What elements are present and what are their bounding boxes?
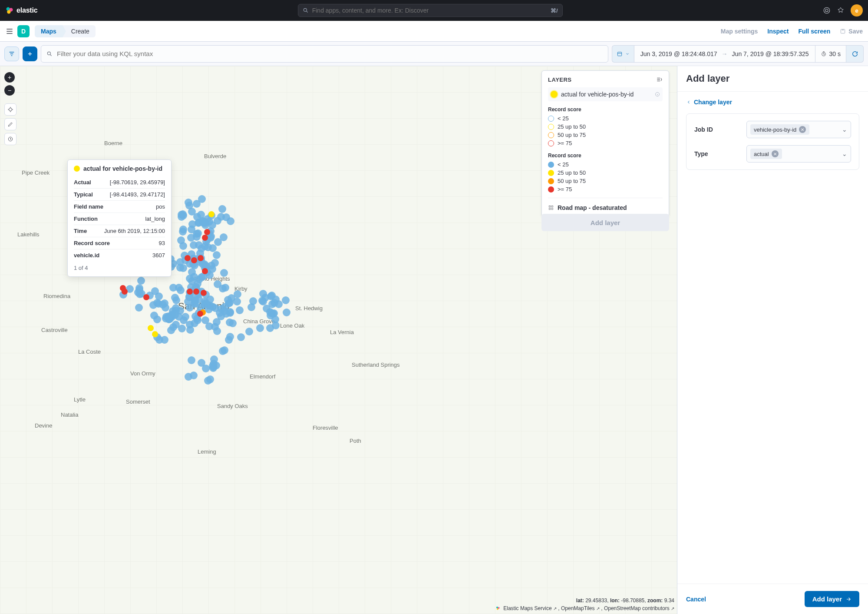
type-chip: actual ✕ [750, 149, 782, 159]
inspect-link[interactable]: Inspect [767, 28, 789, 35]
add-layer-button[interactable]: Add layer [805, 591, 859, 607]
breadcrumb-maps[interactable]: Maps [35, 25, 63, 37]
type-label: Type [694, 150, 746, 157]
chevron-left-icon [686, 100, 691, 105]
global-search-input[interactable] [312, 7, 547, 14]
panel-title: Add layer [677, 66, 868, 92]
user-avatar[interactable]: e [851, 4, 863, 17]
feature-tooltip: actual for vehicle-pos-by-id Actual[-98.… [67, 159, 172, 277]
map-canvas[interactable]: San AntonioBoerneBulverdeHelotesAlamo He… [0, 66, 677, 614]
svg-rect-16 [549, 206, 551, 207]
nav-toggle-icon[interactable] [5, 27, 14, 36]
legend-row: < 25 [548, 114, 663, 123]
chevron-down-icon: ⌄ [842, 150, 847, 157]
breadcrumbs: Maps Create [35, 25, 96, 37]
newsfeed-icon[interactable] [837, 7, 845, 14]
job-id-combo[interactable]: vehicle-pos-by-id ✕ ⌄ [746, 121, 851, 138]
time-picker-toggle[interactable] [612, 45, 634, 63]
refresh-interval[interactable]: 30 s [815, 45, 846, 63]
svg-point-3 [304, 8, 307, 11]
chevron-down-icon: ⌄ [842, 126, 847, 133]
help-icon[interactable] [823, 7, 831, 14]
svg-rect-17 [551, 206, 553, 207]
layer-item-active[interactable]: actual for vehicle-pos-by-id [548, 87, 663, 101]
legend-row: >= 75 [548, 139, 663, 147]
add-filter-button[interactable] [23, 46, 37, 61]
legend-row: 25 up to 50 [548, 169, 663, 177]
filter-icon [8, 50, 15, 57]
tooltip-row: Record score93 [74, 237, 165, 249]
layers-heading: LAYERS [548, 76, 572, 83]
timer-icon [821, 51, 827, 57]
legend-row: >= 75 [548, 185, 663, 193]
collapse-panel-icon[interactable] [656, 76, 663, 83]
svg-point-13 [9, 108, 12, 111]
time-picker: Jun 3, 2019 @ 18:24:48.017 → Jun 7, 2019… [612, 45, 864, 63]
pencil-icon [7, 121, 13, 127]
filter-options-button[interactable] [4, 46, 19, 61]
tooltip-row: Functionlat_long [74, 212, 165, 225]
kql-query-bar[interactable] [41, 45, 608, 63]
add-layer-disabled-button: Add layer [541, 214, 669, 231]
job-id-chip: vehicle-pos-by-id ✕ [750, 124, 809, 135]
tooltip-row: Field namepos [74, 200, 165, 212]
tooltip-row: Actual[-98.70619, 29.45979] [74, 176, 165, 188]
time-slider-button[interactable] [4, 133, 17, 145]
zoom-out-button[interactable]: − [4, 85, 15, 96]
layers-panel: LAYERS actual for vehicle-pos-by-id Reco… [541, 70, 669, 217]
tooltip-pager[interactable]: 1 of 4 [74, 265, 165, 271]
map-settings-link[interactable]: Map settings [721, 28, 758, 35]
save-button[interactable]: Save [840, 28, 863, 35]
tooltip-row: TimeJune 6th 2019, 12:15:00 [74, 225, 165, 237]
remove-chip-icon[interactable]: ✕ [772, 150, 779, 157]
map-attribution: Elastic Maps Service ↗ , OpenMapTiles ↗ … [495, 605, 674, 611]
legend-row: 50 up to 75 [548, 177, 663, 185]
elastic-logo-icon [5, 6, 14, 15]
kql-input[interactable] [57, 50, 603, 57]
plus-icon [27, 51, 33, 57]
fit-bounds-button[interactable] [4, 103, 17, 116]
svg-point-9 [47, 52, 50, 55]
job-id-label: Job ID [694, 126, 746, 133]
legend-row: 25 up to 50 [548, 123, 663, 131]
layer-source-form: Job ID vehicle-pos-by-id ✕ ⌄ Type [686, 113, 859, 170]
global-search[interactable]: ⌘/ [298, 4, 563, 17]
svg-rect-11 [617, 52, 621, 56]
cancel-button[interactable]: Cancel [686, 596, 706, 603]
search-icon [303, 7, 309, 13]
crosshair-icon [7, 106, 13, 113]
tooltip-row: vehicle.id3607 [74, 249, 165, 261]
arrow-right-icon [845, 596, 851, 602]
logo[interactable]: elastic [5, 6, 37, 15]
time-from: Jun 3, 2019 @ 18:24:48.017 [640, 50, 717, 57]
layer-swatch-icon [551, 91, 558, 98]
svg-point-2 [7, 10, 10, 13]
chevron-down-icon [625, 52, 630, 56]
legend-row: < 25 [548, 160, 663, 169]
draw-tool-button[interactable] [4, 118, 17, 130]
refresh-button[interactable] [846, 45, 864, 63]
clock-icon [7, 136, 13, 142]
refresh-icon [851, 50, 858, 57]
time-to: Jun 7, 2019 @ 18:39:57.325 [732, 50, 809, 57]
legend-row: 50 up to 75 [548, 131, 663, 139]
layer-color-dot [74, 166, 80, 172]
map-coords: lat: 29.45833, lon: -98.70885, zoom: 9.3… [576, 597, 674, 604]
remove-chip-icon[interactable]: ✕ [799, 126, 806, 133]
svg-rect-8 [842, 29, 844, 30]
type-combo[interactable]: actual ✕ ⌄ [746, 145, 851, 163]
space-badge[interactable]: D [17, 25, 30, 37]
info-icon [655, 92, 660, 97]
fullscreen-link[interactable]: Full screen [798, 28, 830, 35]
legend-title-2: Record score [548, 153, 663, 159]
time-range[interactable]: Jun 3, 2019 @ 18:24:48.017 → Jun 7, 2019… [634, 45, 815, 63]
zoom-in-button[interactable]: + [4, 72, 15, 83]
global-header: elastic ⌘/ e [0, 0, 868, 21]
svg-line-4 [306, 11, 307, 13]
svg-point-22 [497, 608, 498, 610]
brand-text: elastic [17, 7, 37, 14]
legend-title-1: Record score [548, 106, 663, 113]
kbd-hint: ⌘/ [551, 7, 558, 14]
app-header: D Maps Create Map settings Inspect Full … [0, 21, 868, 42]
change-layer-link[interactable]: Change layer [686, 99, 859, 106]
